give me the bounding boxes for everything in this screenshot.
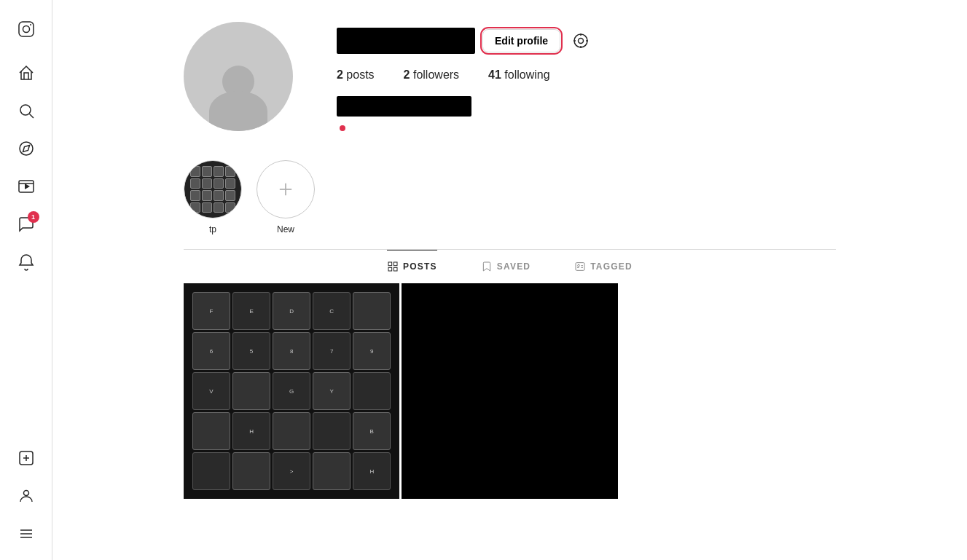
svg-point-13: [23, 491, 28, 496]
svg-point-30: [578, 264, 580, 267]
tab-posts[interactable]: POSTS: [387, 250, 437, 281]
username-block: [337, 28, 475, 54]
photo-cell-dark[interactable]: [402, 283, 617, 499]
svg-rect-0: [19, 22, 34, 36]
sidebar-item-home[interactable]: [9, 55, 44, 90]
stories-row: tp New: [184, 146, 836, 242]
svg-point-18: [579, 39, 584, 44]
story-label-new: New: [277, 224, 294, 234]
svg-rect-25: [388, 262, 392, 266]
svg-rect-27: [388, 267, 392, 271]
stat-posts[interactable]: 2 posts: [337, 68, 375, 82]
tabs-row: POSTS SAVED TAGGED: [184, 250, 836, 281]
story-thumbnail-tp: [184, 160, 241, 218]
svg-point-5: [20, 142, 33, 155]
notification-dot: [340, 125, 345, 131]
bio-block: [337, 96, 471, 117]
stats-row: 2 posts 2 followers 41 following: [337, 68, 836, 82]
sidebar: 1: [0, 0, 52, 560]
messages-badge: 1: [28, 211, 39, 223]
edit-profile-button[interactable]: Edit profile: [482, 29, 560, 52]
sidebar-item-profile-toggle[interactable]: [9, 478, 44, 513]
svg-point-17: [574, 34, 587, 47]
sidebar-item-explore[interactable]: [9, 131, 44, 166]
svg-point-2: [30, 24, 31, 25]
avatar: [184, 22, 293, 131]
svg-rect-26: [394, 262, 397, 266]
story-circle-tp: [184, 160, 242, 218]
sidebar-item-create[interactable]: [9, 441, 44, 476]
photo-cell-keyboard[interactable]: F E D C 6 5 8 7 9 V G Y H: [184, 283, 399, 499]
stat-following[interactable]: 41 following: [488, 68, 550, 82]
instagram-logo[interactable]: [9, 12, 44, 47]
sidebar-item-messages[interactable]: 1: [9, 207, 44, 242]
svg-point-1: [23, 26, 29, 33]
svg-marker-8: [25, 184, 30, 189]
sidebar-item-menu[interactable]: [9, 516, 44, 551]
svg-line-4: [29, 114, 34, 119]
sidebar-item-reels[interactable]: [9, 169, 44, 204]
avatar-person: [205, 66, 271, 131]
sidebar-item-notifications[interactable]: [9, 245, 44, 280]
tab-saved[interactable]: SAVED: [481, 250, 531, 281]
stat-followers[interactable]: 2 followers: [404, 68, 460, 82]
profile-info: Edit profile: [337, 22, 836, 131]
svg-rect-29: [576, 263, 584, 271]
photo-grid: F E D C 6 5 8 7 9 V G Y H: [184, 283, 836, 499]
story-item-new[interactable]: New: [257, 160, 315, 234]
svg-marker-6: [23, 146, 29, 152]
svg-rect-28: [394, 267, 397, 271]
tab-tagged[interactable]: TAGGED: [574, 250, 633, 281]
sidebar-item-search[interactable]: [9, 93, 44, 128]
svg-point-3: [20, 105, 31, 115]
profile-container: Edit profile: [169, 0, 850, 499]
settings-icon-button[interactable]: [568, 28, 594, 54]
story-circle-add: [257, 160, 315, 218]
avatar-body: [209, 91, 267, 131]
story-label-tp: tp: [209, 224, 216, 234]
main-content: Edit profile: [52, 0, 967, 560]
profile-header: Edit profile: [184, 22, 836, 131]
avatar-container: [184, 22, 293, 131]
story-item-tp[interactable]: tp: [184, 160, 242, 234]
profile-actions: Edit profile: [337, 28, 836, 54]
